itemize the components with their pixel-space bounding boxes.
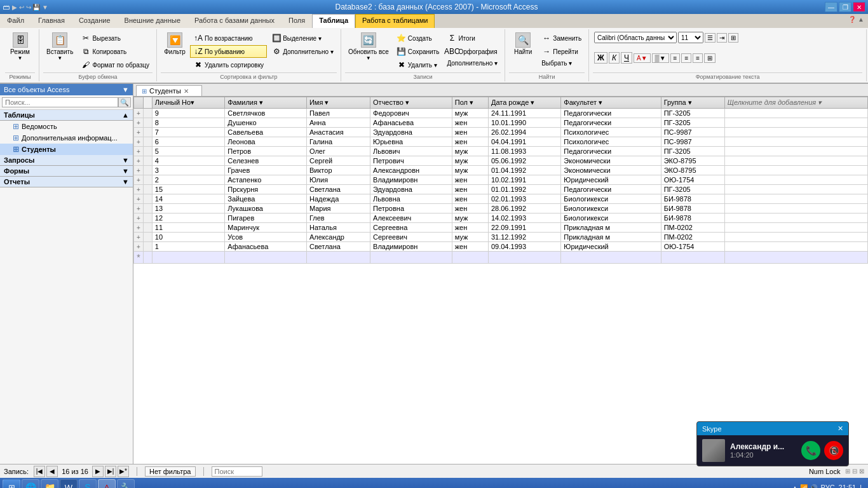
cell-dob[interactable]: 01.04.1992 bbox=[488, 166, 560, 175]
col-header-name[interactable]: Имя ▾ bbox=[306, 97, 370, 109]
cell-dob[interactable]: 01.01.1992 bbox=[488, 185, 560, 194]
cell-id[interactable]: 15 bbox=[152, 185, 224, 194]
new-dob-cell[interactable] bbox=[488, 252, 560, 264]
minimize-button[interactable]: — bbox=[825, 2, 837, 12]
cell-name[interactable]: Юлия bbox=[306, 175, 370, 185]
last-record-button[interactable]: ▶| bbox=[105, 466, 116, 477]
maximize-button[interactable]: ❐ bbox=[839, 2, 851, 12]
tab-file[interactable]: Файл bbox=[0, 14, 31, 28]
cell-dob[interactable]: 26.02.1994 bbox=[488, 128, 560, 137]
cell-faculty[interactable]: Педагогически bbox=[561, 147, 661, 156]
cell-faculty[interactable]: Прикладная м bbox=[561, 223, 661, 233]
row-expand-cell[interactable]: + bbox=[134, 109, 144, 118]
tab-close-button[interactable]: ✕ bbox=[184, 88, 189, 95]
new-name-cell[interactable] bbox=[306, 252, 370, 264]
cell-name[interactable]: Светлана bbox=[306, 185, 370, 194]
nav-item-dopoln[interactable]: ⊞ Дополнительная информац... bbox=[0, 132, 133, 144]
font-select[interactable]: Calibri (Область данны bbox=[594, 32, 677, 43]
new-patronym-cell[interactable] bbox=[370, 252, 452, 264]
row-expand-cell[interactable]: + bbox=[134, 204, 144, 214]
taskbar-access[interactable]: A bbox=[98, 479, 116, 488]
cell-name[interactable]: Галина bbox=[306, 137, 370, 147]
cell-group[interactable]: ОЮ-1754 bbox=[661, 242, 724, 252]
cell-name[interactable]: Глев bbox=[306, 214, 370, 223]
cell-surname[interactable]: Петров bbox=[225, 147, 307, 156]
cell-surname[interactable]: Маринчук bbox=[225, 223, 307, 233]
tab-home[interactable]: Главная bbox=[31, 14, 72, 28]
cell-patronym[interactable]: Сергеевич bbox=[370, 233, 452, 242]
col-header-group[interactable]: Группа ▾ bbox=[661, 97, 724, 109]
table-row[interactable]: + 12 Пигарев Глев Алексеевич муж 14.02.1… bbox=[134, 214, 868, 223]
row-expand-cell[interactable]: + bbox=[134, 147, 144, 156]
cell-group[interactable]: ПГ-3205 bbox=[661, 109, 724, 118]
cell-id[interactable]: 3 bbox=[152, 166, 224, 175]
col-header-surname[interactable]: Фамилия ▾ bbox=[225, 97, 307, 109]
skype-answer-button[interactable]: 📞 bbox=[801, 441, 820, 460]
cell-id[interactable]: 12 bbox=[152, 214, 224, 223]
row-expand-cell[interactable]: + bbox=[134, 166, 144, 175]
table-row[interactable]: + 7 Савельева Анастасия Эдуардовна жен 2… bbox=[134, 128, 868, 137]
cell-name[interactable]: Виктор bbox=[306, 166, 370, 175]
cell-patronym[interactable]: Александровн bbox=[370, 166, 452, 175]
italic-button[interactable]: К bbox=[609, 52, 620, 64]
cell-patronym[interactable]: Владимировн bbox=[370, 175, 452, 185]
nav-section-queries[interactable]: Запросы ▼ bbox=[0, 155, 133, 166]
cell-dob[interactable]: 10.02.1991 bbox=[488, 175, 560, 185]
cell-id[interactable]: 2 bbox=[152, 175, 224, 185]
font-color-button[interactable]: A▼ bbox=[634, 53, 651, 63]
totals-button[interactable]: Σ Итоги bbox=[444, 32, 501, 44]
cell-dob[interactable]: 22.09.1991 bbox=[488, 223, 560, 233]
table-tab-students[interactable]: ⊞ Студенты ✕ bbox=[136, 85, 202, 96]
cell-faculty[interactable]: Прикладная м bbox=[561, 233, 661, 242]
cell-group[interactable]: ПМ-0202 bbox=[661, 233, 724, 242]
delete-record-button[interactable]: ✖ Удалить ▾ bbox=[393, 58, 443, 71]
cell-patronym[interactable]: Львович bbox=[370, 147, 452, 156]
taskbar-skype[interactable]: S bbox=[79, 479, 97, 488]
taskbar-app6[interactable]: 🔧 bbox=[117, 479, 135, 488]
copy-button[interactable]: ⧉ Копировать bbox=[78, 45, 153, 58]
cell-group[interactable]: ПМ-0202 bbox=[661, 223, 724, 233]
tab-table[interactable]: Таблица bbox=[312, 14, 355, 28]
table-row[interactable]: + 10 Усов Александр Сергеевич муж 31.12.… bbox=[134, 233, 868, 242]
underline-button[interactable]: Ч bbox=[621, 52, 632, 64]
table-row[interactable]: + 15 Прскурня Светлана Эдуардовна жен 01… bbox=[134, 185, 868, 194]
col-header-dob[interactable]: Дата рожде ▾ bbox=[488, 97, 560, 109]
cell-surname[interactable]: Астапенко bbox=[225, 175, 307, 185]
cell-patronym[interactable]: Владимировн bbox=[370, 242, 452, 252]
cell-gender[interactable]: муж bbox=[452, 214, 488, 223]
cell-gender[interactable]: жен bbox=[452, 242, 488, 252]
cell-faculty[interactable]: Психологичес bbox=[561, 128, 661, 137]
tab-create[interactable]: Создание bbox=[72, 14, 118, 28]
search-input[interactable] bbox=[2, 97, 118, 107]
cell-group[interactable]: БИ-9878 bbox=[661, 204, 724, 214]
cell-surname[interactable]: Светлячков bbox=[225, 109, 307, 118]
table-row[interactable]: + 6 Леонова Галина Юрьевна жен 04.04.199… bbox=[134, 137, 868, 147]
taskbar-chrome[interactable]: 🌐 bbox=[22, 479, 39, 488]
nav-item-vedomost[interactable]: ⊞ Ведомость bbox=[0, 121, 133, 132]
new-gender-cell[interactable] bbox=[452, 252, 488, 264]
cell-name[interactable]: Сергей bbox=[306, 156, 370, 166]
align-right-button[interactable]: ≡ bbox=[693, 53, 703, 63]
cell-id[interactable]: 7 bbox=[152, 128, 224, 137]
goto-button[interactable]: → Перейти bbox=[538, 45, 585, 58]
cell-id[interactable]: 14 bbox=[152, 194, 224, 204]
col-header-patronym[interactable]: Отчество ▾ bbox=[370, 97, 452, 109]
table-row[interactable]: + 5 Петров Олег Львович муж 11.08.1993 П… bbox=[134, 147, 868, 156]
tab-table-tools[interactable]: Работа с таблицами bbox=[355, 14, 435, 28]
tab-external[interactable]: Внешние данные bbox=[118, 14, 187, 28]
cell-dob[interactable]: 28.06.1992 bbox=[488, 204, 560, 214]
table-row[interactable]: + 14 Зайцева Надежда Львовна жен 02.01.1… bbox=[134, 194, 868, 204]
table-row[interactable]: + 1 Афанасьева Светлана Владимировн жен … bbox=[134, 242, 868, 252]
font-size-select[interactable]: 11 bbox=[678, 32, 703, 43]
cell-faculty[interactable]: Биологикекси bbox=[561, 214, 661, 223]
taskbar-folder[interactable]: 📁 bbox=[41, 479, 58, 488]
cell-surname[interactable]: Зайцева bbox=[225, 194, 307, 204]
table-row[interactable]: + 8 Душенко Анна Афанасьева жен 10.01.19… bbox=[134, 118, 868, 128]
cell-faculty[interactable]: Психологичес bbox=[561, 137, 661, 147]
skype-decline-button[interactable]: 📵 bbox=[824, 441, 843, 460]
cell-id[interactable]: 10 bbox=[152, 233, 224, 242]
next-record-button[interactable]: ▶ bbox=[92, 466, 104, 477]
cell-dob[interactable]: 10.01.1990 bbox=[488, 118, 560, 128]
cell-faculty[interactable]: Юридический bbox=[561, 175, 661, 185]
tab-database-tools[interactable]: Работа с базами данных bbox=[187, 14, 281, 28]
